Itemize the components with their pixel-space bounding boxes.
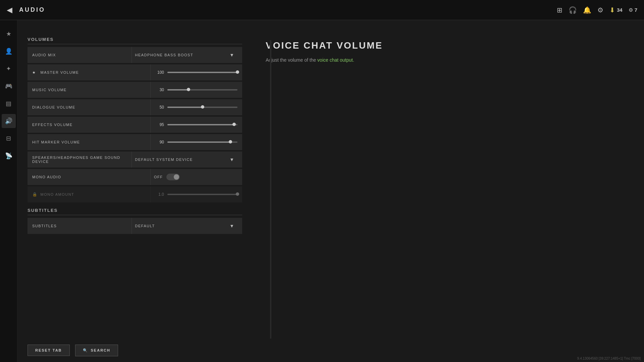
audio-mix-arrow: ▼ — [229, 52, 234, 58]
master-volume-fill — [167, 72, 237, 73]
dialogue-volume-row: DIALOGUE VOLUME 50 — [28, 99, 242, 115]
mono-amount-value: 1.0 — [154, 192, 164, 197]
download-icon: ⬇ — [609, 6, 615, 14]
subtitles-row: SUBTITLES DEFAULT ▼ — [28, 218, 242, 234]
back-button[interactable]: ◀ — [7, 6, 12, 14]
speakers-device-value: DEFAULT SYSTEM DEVICE — [135, 158, 193, 162]
mono-audio-control: OFF — [150, 169, 237, 185]
version-info: 9.4.13064560 [39:227:1485+1] Tmc [7000] — [577, 357, 641, 360]
search-button[interactable]: 🔍 SEARCH — [75, 345, 118, 356]
gear-icon[interactable]: ⚙ — [597, 6, 603, 14]
dialogue-volume-label: DIALOGUE VOLUME — [32, 105, 150, 109]
settings-panel: VOLUMES AUDIO MIX HEADPHONE BASS BOOST ▼… — [17, 20, 252, 362]
bottombar: RESET TAB 🔍 SEARCH — [17, 339, 644, 362]
music-volume-value: 30 — [154, 87, 164, 92]
players-count: 7 — [635, 7, 637, 13]
subtitles-dropdown[interactable]: DEFAULT ▼ — [131, 218, 238, 234]
speakers-device-arrow: ▼ — [229, 157, 234, 162]
music-volume-label: MUSIC VOLUME — [32, 88, 150, 92]
info-description-link[interactable]: voice chat output. — [317, 57, 354, 63]
subtitles-arrow: ▼ — [229, 223, 234, 229]
sidebar: ★ 👤 ✦ 🎮 ▤ 🔊 ⊟ 📡 — [0, 20, 17, 362]
master-volume-slider[interactable] — [167, 72, 237, 73]
music-volume-row: MUSIC VOLUME 30 — [28, 82, 242, 98]
effects-volume-row: EFFECTS VOLUME 95 — [28, 117, 242, 133]
info-title: VOICE CHAT VOLUME — [266, 40, 631, 51]
main-content: VOLUMES AUDIO MIX HEADPHONE BASS BOOST ▼… — [17, 20, 644, 362]
grid-icon[interactable]: ⊞ — [557, 6, 562, 14]
speakers-device-label: SPEAKERS/HEADPHONES GAME SOUND DEVICE — [32, 156, 131, 164]
master-volume-control: 100 — [150, 64, 237, 80]
effects-volume-value: 95 — [154, 122, 164, 127]
search-icon: 🔍 — [83, 348, 88, 353]
lock-icon: 🔒 — [32, 192, 38, 197]
topbar: ◀ AUDIO ⊞ 🎧 🔔 ⚙ ⬇ 34 ⚙ 7 — [0, 0, 644, 20]
headphone-icon[interactable]: 🎧 — [569, 6, 577, 14]
subtitles-section-header: SUBTITLES — [28, 208, 242, 215]
download-count: 34 — [617, 7, 623, 13]
hit-marker-volume-label: HIT MARKER VOLUME — [32, 140, 150, 144]
mono-audio-toggle[interactable] — [166, 174, 180, 180]
music-volume-control: 30 — [150, 82, 237, 98]
subtitles-label: SUBTITLES — [32, 224, 131, 228]
reset-tab-button[interactable]: RESET TAB — [28, 345, 70, 356]
sidebar-item-weapons[interactable]: ✦ — [2, 62, 16, 76]
mono-audio-row: MONO AUDIO OFF — [28, 169, 242, 185]
audio-mix-label: AUDIO MIX — [32, 53, 131, 57]
hit-marker-volume-fill — [167, 141, 230, 143]
music-volume-fill — [167, 89, 189, 90]
mono-amount-fill — [167, 194, 237, 195]
audio-mix-row: AUDIO MIX HEADPHONE BASS BOOST ▼ — [28, 47, 242, 63]
search-button-label: SEARCH — [91, 348, 110, 352]
mono-audio-status: OFF — [154, 175, 163, 179]
sidebar-item-audio[interactable]: 🔊 — [2, 114, 16, 128]
effects-volume-fill — [167, 124, 234, 125]
mono-audio-label: MONO AUDIO — [32, 175, 150, 179]
audio-mix-dropdown[interactable]: HEADPHONE BASS BOOST ▼ — [131, 47, 238, 63]
mono-audio-toggle-knob — [174, 174, 179, 180]
page-title: AUDIO — [19, 6, 45, 13]
mono-amount-label: 🔒 MONO AMOUNT — [32, 192, 150, 197]
scroll-track[interactable] — [270, 40, 271, 362]
master-volume-row: ★ MASTER VOLUME 100 — [28, 64, 242, 80]
hit-marker-volume-row: HIT MARKER VOLUME 90 — [28, 134, 242, 150]
sidebar-item-network[interactable]: 📡 — [2, 149, 16, 163]
players-badge: ⚙ 7 — [629, 7, 637, 13]
hit-marker-volume-control: 90 — [150, 134, 237, 150]
dialogue-volume-control: 50 — [150, 99, 237, 115]
dialogue-volume-slider[interactable] — [167, 107, 237, 108]
speakers-device-row: SPEAKERS/HEADPHONES GAME SOUND DEVICE DE… — [28, 152, 242, 168]
effects-volume-slider[interactable] — [167, 124, 237, 125]
info-panel: VOICE CHAT VOLUME Adjust the volume of t… — [252, 20, 644, 362]
download-badge: ⬇ 34 — [609, 6, 623, 14]
hit-marker-volume-value: 90 — [154, 140, 164, 144]
sidebar-item-favorites[interactable]: ★ — [2, 27, 16, 41]
subtitles-value: DEFAULT — [135, 224, 155, 228]
info-description-before: Adjust the volume of the — [266, 57, 317, 63]
master-volume-label: ★ MASTER VOLUME — [32, 70, 150, 75]
master-volume-value: 100 — [154, 70, 164, 75]
bell-icon[interactable]: 🔔 — [583, 6, 591, 14]
sidebar-item-interface[interactable]: ⊟ — [2, 131, 16, 145]
sidebar-item-graphics[interactable]: ▤ — [2, 97, 16, 111]
info-description: Adjust the volume of the voice chat outp… — [266, 56, 631, 64]
effects-volume-label: EFFECTS VOLUME — [32, 123, 150, 127]
hit-marker-volume-slider[interactable] — [167, 141, 237, 143]
audio-mix-value: HEADPHONE BASS BOOST — [135, 53, 194, 57]
sidebar-item-controller[interactable]: 🎮 — [2, 79, 16, 93]
scroll-divider — [270, 40, 272, 362]
players-icon: ⚙ — [629, 7, 633, 13]
sidebar-item-character[interactable]: 👤 — [2, 44, 16, 58]
topbar-right: ⊞ 🎧 🔔 ⚙ ⬇ 34 ⚙ 7 — [557, 6, 637, 14]
effects-volume-control: 95 — [150, 117, 237, 133]
master-star-icon: ★ — [32, 70, 36, 75]
speakers-device-dropdown[interactable]: DEFAULT SYSTEM DEVICE ▼ — [131, 152, 238, 168]
dialogue-volume-fill — [167, 107, 203, 108]
dialogue-volume-value: 50 — [154, 105, 164, 110]
mono-amount-slider — [167, 194, 237, 195]
mono-amount-control: 1.0 — [150, 186, 237, 202]
volumes-section-header: VOLUMES — [28, 37, 242, 44]
mono-amount-row: 🔒 MONO AMOUNT 1.0 — [28, 186, 242, 202]
music-volume-slider[interactable] — [167, 89, 237, 90]
